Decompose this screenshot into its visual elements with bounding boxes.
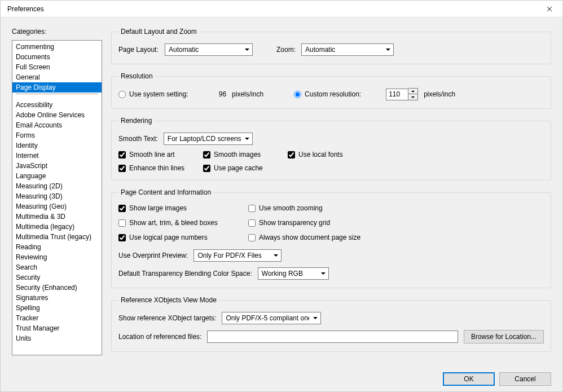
group-legend: Rendering — [118, 117, 154, 125]
custom-resolution-radio-label[interactable]: Custom resolution: — [294, 90, 361, 98]
smooth-line-art-checkbox[interactable]: Smooth line art — [118, 151, 203, 158]
category-item[interactable]: Multimedia & 3D — [12, 212, 102, 222]
category-item[interactable]: Page Display — [12, 82, 102, 93]
enhance-thin-lines-checkbox[interactable]: Enhance thin lines — [118, 164, 203, 172]
group-legend: Resolution — [118, 72, 155, 80]
page-layout-label: Page Layout: — [118, 46, 159, 54]
category-item[interactable]: Spelling — [12, 303, 102, 313]
use-logical-page-checkbox[interactable]: Use logical page numbers — [118, 234, 248, 241]
category-item[interactable]: Identity — [12, 140, 102, 151]
always-show-size-checkbox[interactable]: Always show document page size — [248, 234, 395, 241]
group-page-content: Page Content and Information Show large … — [111, 188, 551, 288]
group-legend: Page Content and Information — [118, 188, 213, 196]
pixels-inch-label: pixels/inch — [232, 90, 263, 98]
category-separator — [16, 94, 98, 94]
xobject-targets-select[interactable]: Only PDF/X-5 compliant ones — [222, 312, 321, 324]
category-item[interactable]: Signatures — [12, 293, 102, 303]
category-item[interactable]: Adobe Online Services — [12, 110, 102, 120]
preferences-window: Preferences Categories: CommentingDocume… — [0, 0, 563, 392]
category-item[interactable]: Multimedia Trust (legacy) — [12, 232, 102, 242]
use-system-radio-label[interactable]: Use system setting: — [118, 90, 188, 98]
zoom-label: Zoom: — [276, 46, 296, 54]
category-item[interactable]: Units — [12, 333, 102, 343]
chevron-down-icon — [411, 96, 415, 98]
button-bar: OK Cancel — [443, 372, 551, 386]
custom-resolution-radio[interactable] — [294, 91, 301, 98]
category-item[interactable]: Measuring (3D) — [12, 191, 102, 201]
use-smooth-zooming-checkbox[interactable]: Use smooth zooming — [248, 204, 395, 212]
custom-resolution-input[interactable] — [386, 89, 408, 100]
group-xobjects: Reference XObjects View Mode Show refere… — [111, 296, 551, 352]
page-layout-select[interactable]: Automatic — [165, 43, 253, 56]
smooth-images-checkbox[interactable]: Smooth images — [203, 151, 288, 158]
show-art-trim-checkbox[interactable]: Show art, trim, & bleed boxes — [118, 219, 248, 227]
overprint-select[interactable]: Only For PDF/X Files — [193, 249, 282, 262]
categories-label: Categories: — [12, 28, 102, 36]
chevron-up-icon — [411, 90, 415, 92]
ok-button[interactable]: OK — [443, 372, 495, 386]
overprint-label: Use Overprint Preview: — [118, 252, 188, 259]
category-item[interactable]: Accessibility — [12, 100, 102, 110]
spinner-up[interactable] — [408, 89, 417, 94]
smooth-text-label: Smooth Text: — [118, 135, 158, 143]
zoom-select[interactable]: Automatic — [301, 43, 394, 56]
categories-list[interactable]: CommentingDocumentsFull ScreenGeneralPag… — [12, 40, 102, 355]
window-title: Preferences — [7, 5, 44, 13]
category-item[interactable]: Documents — [12, 52, 102, 62]
category-item[interactable]: Reading — [12, 242, 102, 252]
browse-location-button[interactable]: Browse for Location... — [464, 330, 544, 343]
category-item[interactable]: Forms — [12, 130, 102, 140]
group-default-layout: Default Layout and Zoom Page Layout: Aut… — [111, 28, 551, 64]
group-legend: Default Layout and Zoom — [118, 28, 199, 36]
category-item[interactable]: Multimedia (legacy) — [12, 222, 102, 232]
category-item[interactable]: Internet — [12, 151, 102, 161]
show-transparency-checkbox[interactable]: Show transparency grid — [248, 219, 395, 227]
use-page-cache-checkbox[interactable]: Use page cache — [203, 164, 288, 172]
category-item[interactable]: Email Accounts — [12, 120, 102, 130]
category-item[interactable]: Language — [12, 171, 102, 181]
use-local-fonts-checkbox[interactable]: Use local fonts — [288, 151, 372, 158]
category-item[interactable]: Measuring (Geo) — [12, 201, 102, 212]
category-item[interactable]: General — [12, 72, 102, 82]
sidebar: Categories: CommentingDocumentsFull Scre… — [12, 28, 102, 356]
category-item[interactable]: JavaScript — [12, 161, 102, 171]
location-label: Location of referenced files: — [118, 333, 201, 341]
category-item[interactable]: Trust Manager — [12, 323, 102, 333]
category-item[interactable]: Measuring (2D) — [12, 181, 102, 191]
category-item[interactable]: Security (Enhanced) — [12, 283, 102, 293]
category-item[interactable]: Security — [12, 272, 102, 283]
category-item[interactable]: Search — [12, 262, 102, 272]
system-resolution-value: 96 — [219, 90, 226, 98]
cancel-button[interactable]: Cancel — [499, 372, 551, 386]
spinner-down[interactable] — [408, 94, 417, 100]
group-rendering: Rendering Smooth Text: For Laptop/LCD sc… — [111, 117, 551, 180]
xobject-targets-label: Show reference XObject targets: — [118, 314, 216, 322]
category-item[interactable]: Commenting — [12, 42, 102, 52]
blend-select[interactable]: Working RGB — [258, 267, 329, 280]
use-system-radio[interactable] — [118, 91, 126, 98]
category-item[interactable]: Full Screen — [12, 62, 102, 72]
location-input — [207, 331, 458, 343]
body-area: Categories: CommentingDocumentsFull Scre… — [1, 17, 562, 364]
category-item[interactable]: Tracker — [12, 313, 102, 323]
main-panel: Default Layout and Zoom Page Layout: Aut… — [111, 28, 551, 356]
close-button[interactable] — [536, 1, 562, 17]
category-item[interactable]: Reviewing — [12, 252, 102, 262]
custom-resolution-spinner — [386, 88, 418, 100]
close-icon — [547, 6, 552, 12]
titlebar: Preferences — [1, 1, 562, 17]
pixels-inch-label: pixels/inch — [424, 90, 455, 98]
group-legend: Reference XObjects View Mode — [118, 296, 219, 304]
blend-label: Default Transparency Blending Color Spac… — [118, 270, 252, 278]
smooth-text-select[interactable]: For Laptop/LCD screens — [164, 133, 253, 145]
show-large-images-checkbox[interactable]: Show large images — [118, 204, 248, 212]
group-resolution: Resolution Use system setting: 96 pixels… — [111, 72, 551, 109]
